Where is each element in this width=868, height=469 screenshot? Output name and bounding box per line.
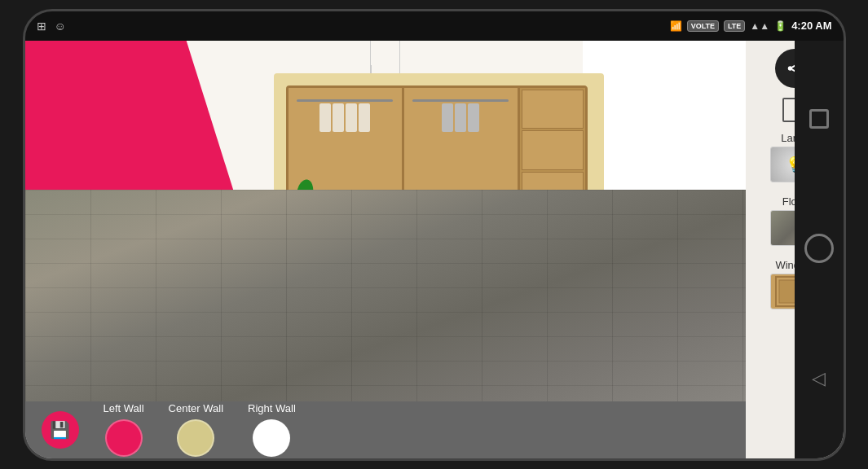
left-wall-label: Left Wall [104, 402, 144, 414]
save-icon: 💾 [50, 420, 70, 440]
nav-buttons-panel: ◁ [795, 41, 844, 458]
garment-2 [442, 103, 453, 132]
clock: 4:20 AM [791, 20, 831, 32]
svg-rect-6 [779, 280, 795, 303]
nav-square-button[interactable] [809, 109, 829, 129]
network-signal-icon: ▲▲ [750, 20, 769, 32]
lamp-cord [370, 41, 371, 65]
shelf-item-2 [522, 130, 584, 170]
svg-point-1 [787, 66, 792, 71]
floor-texture [25, 190, 746, 401]
icon-2: ☺ [55, 20, 66, 33]
nav-back-button[interactable]: ◁ [812, 368, 826, 389]
status-bar: ⊞ ☺ 📶 VOLTE LTE ▲▲ 🔋 4:20 AM [25, 11, 844, 41]
signal-icon: 📶 [670, 20, 682, 32]
nav-circle-button[interactable] [804, 234, 834, 263]
floor [25, 190, 746, 401]
rod-2 [412, 99, 509, 102]
left-wall-color[interactable] [105, 419, 143, 457]
shelf-item-1 [522, 90, 584, 129]
room-scene: 💾 Left Wall Center Wall Right Wall [25, 41, 746, 458]
save-button[interactable]: 💾 [42, 411, 79, 449]
center-wall-label: Center Wall [169, 402, 223, 414]
right-wall-label: Right Wall [248, 402, 296, 414]
right-wall-option[interactable]: Right Wall [248, 402, 296, 457]
phone-frame: ⊞ ☺ 📶 VOLTE LTE ▲▲ 🔋 4:20 AM [23, 9, 846, 461]
garment-group-1 [292, 103, 399, 132]
icon-1: ⊞ [37, 20, 46, 33]
center-wall-option[interactable]: Center Wall [169, 402, 223, 457]
rod-1 [297, 99, 393, 102]
center-wall-color[interactable] [177, 419, 214, 457]
right-wall-color[interactable] [253, 419, 290, 457]
lte-badge: LTE [724, 20, 745, 32]
garment-group-2 [408, 103, 514, 132]
left-wall-option[interactable]: Left Wall [104, 402, 144, 457]
bottom-panel: 💾 Left Wall Center Wall Right Wall [25, 401, 746, 458]
volte-badge: VOLTE [687, 20, 719, 32]
main-content: 💾 Left Wall Center Wall Right Wall [25, 41, 844, 458]
garment [319, 103, 331, 132]
battery-icon: 🔋 [774, 20, 786, 32]
